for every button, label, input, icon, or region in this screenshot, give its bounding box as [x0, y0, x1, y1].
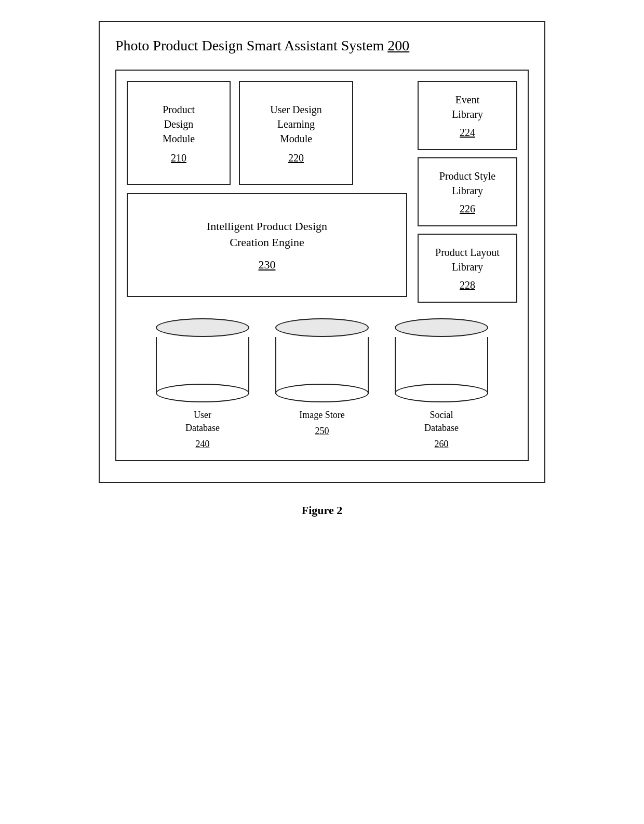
event-library-box: EventLibrary 224 [418, 81, 517, 150]
social-db-bottom [395, 384, 488, 402]
product-layout-number: 228 [460, 279, 475, 291]
social-database-cylinder [395, 318, 488, 394]
top-modules: ProductDesignModule 210 User DesignLearn… [127, 81, 407, 185]
outer-border-box: ProductDesignModule 210 User DesignLearn… [115, 70, 529, 461]
diagram-title: Photo Product Design Smart Assistant Sys… [115, 37, 529, 54]
user-db-number: 240 [196, 439, 210, 450]
databases-row: UserDatabase 240 Image Store 250 [127, 318, 517, 450]
product-layout-library-box: Product LayoutLibrary 228 [418, 234, 517, 303]
user-database-item: UserDatabase 240 [151, 318, 254, 450]
figure-caption: Figure 2 [302, 504, 342, 517]
left-column: ProductDesignModule 210 User DesignLearn… [127, 81, 407, 303]
event-library-number: 224 [460, 127, 475, 139]
product-style-number: 226 [460, 203, 475, 215]
engine-box: Intelligent Product DesignCreation Engin… [127, 193, 407, 297]
page: Photo Product Design Smart Assistant Sys… [88, 21, 556, 517]
event-library-label: EventLibrary [452, 92, 483, 121]
title-number: 200 [387, 37, 409, 53]
product-design-module: ProductDesignModule 210 [127, 81, 231, 185]
image-store-body [275, 337, 369, 394]
image-store-top [275, 318, 369, 337]
image-store-item: Image Store 250 [270, 318, 374, 450]
social-db-top [395, 318, 488, 337]
user-design-module: User DesignLearningModule 220 [239, 81, 353, 185]
product-layout-label: Product LayoutLibrary [435, 245, 500, 274]
product-style-label: Product StyleLibrary [439, 169, 495, 198]
social-database-item: SocialDatabase 260 [390, 318, 493, 450]
image-store-label: Image Store [299, 409, 344, 422]
social-db-number: 260 [435, 439, 449, 450]
image-store-bottom [275, 384, 369, 402]
product-style-library-box: Product StyleLibrary 226 [418, 157, 517, 226]
engine-label: Intelligent Product DesignCreation Engin… [207, 219, 327, 251]
user-db-top [156, 318, 249, 337]
diagram-container: Photo Product Design Smart Assistant Sys… [99, 21, 545, 483]
user-database-cylinder [156, 318, 249, 394]
image-store-cylinder [275, 318, 369, 394]
image-store-number: 250 [315, 426, 329, 437]
engine-number: 230 [259, 258, 276, 272]
product-design-number: 210 [171, 152, 186, 164]
user-db-body [156, 337, 249, 394]
user-db-bottom [156, 384, 249, 402]
social-db-body [395, 337, 488, 394]
title-text: Photo Product Design Smart Assistant Sys… [115, 37, 384, 53]
user-design-number: 220 [288, 152, 304, 164]
right-column: EventLibrary 224 Product StyleLibrary 22… [418, 81, 517, 303]
main-area: ProductDesignModule 210 User DesignLearn… [127, 81, 517, 303]
user-db-label: UserDatabase [185, 409, 220, 435]
product-design-label: ProductDesignModule [163, 102, 195, 146]
social-db-label: SocialDatabase [424, 409, 459, 435]
user-design-label: User DesignLearningModule [270, 102, 321, 146]
